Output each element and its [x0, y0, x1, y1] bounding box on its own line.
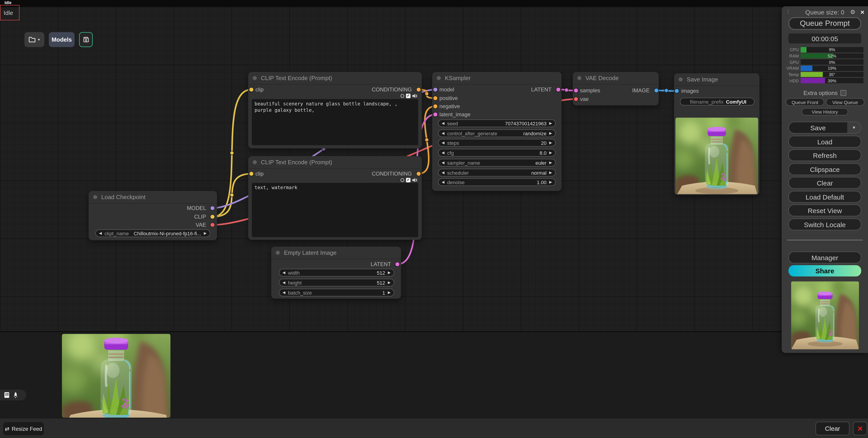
decrement-icon[interactable]: ◀	[442, 151, 444, 154]
reset-view-button[interactable]: Reset View	[788, 205, 861, 216]
resize-feed-button[interactable]: ⇄ Resize Feed	[3, 422, 44, 435]
node-empty-latent-image[interactable]: Empty Latent Image LATENT ◀ width 512 ▶ …	[271, 246, 401, 299]
widget-denoise[interactable]: ◀ denoise 1.00 ▶	[438, 178, 556, 186]
radio-icon[interactable]	[401, 178, 404, 182]
clipspace-button[interactable]: Clipspace	[788, 163, 861, 175]
increment-icon[interactable]: ▶	[388, 291, 391, 294]
input-port-model[interactable]	[433, 87, 438, 92]
node-clip-negative-title[interactable]: CLIP Text Encode (Prompt)	[248, 156, 422, 169]
node-ksampler[interactable]: KSampler model positive negative latent_…	[432, 72, 561, 191]
decrement-icon[interactable]: ◀	[442, 161, 444, 165]
widget-ckpt-name[interactable]: ◀ ckpt_name Chilloutmix-Ni-pruned-fp16-f…	[95, 229, 210, 237]
share-button[interactable]: Share	[788, 265, 861, 276]
input-port-clip[interactable]	[249, 171, 254, 176]
decrement-icon[interactable]: ◀	[283, 291, 285, 294]
queue-prompt-button[interactable]: Queue Prompt	[788, 17, 861, 30]
widget-scheduler[interactable]: ◀ scheduler normal ▶	[438, 169, 556, 176]
last-generated-preview[interactable]	[791, 282, 859, 349]
node-load-checkpoint[interactable]: Load Checkpoint MODEL CLIP VAE ◀ ckpt_na…	[89, 191, 217, 240]
input-port-latent-image[interactable]	[433, 112, 438, 117]
node-clip-positive-title[interactable]: CLIP Text Encode (Prompt)	[248, 72, 422, 85]
increment-icon[interactable]: ▶	[388, 271, 391, 274]
widget-sampler-name[interactable]: ◀ sampler_name euler ▶	[438, 159, 556, 167]
increment-icon[interactable]: ▶	[388, 281, 391, 284]
input-port-vae[interactable]	[574, 97, 579, 101]
node-save-image-title[interactable]: Save Image	[674, 73, 760, 86]
increment-icon[interactable]: ▶	[549, 151, 552, 154]
input-port-negative[interactable]	[433, 104, 438, 109]
save-button[interactable]: Save	[789, 122, 847, 133]
node-save-image[interactable]: Save Image images filename_prefix ComfyU…	[674, 73, 760, 195]
decrement-icon[interactable]: ◀	[283, 281, 285, 284]
increment-icon[interactable]: ▶	[204, 231, 207, 235]
decrement-icon[interactable]: ◀	[442, 141, 444, 145]
output-port-model[interactable]	[210, 206, 215, 211]
close-panel-icon[interactable]: ×	[860, 8, 864, 16]
widget-control-after-generate[interactable]: ◀ control_after_generate randomize ▶	[438, 129, 556, 137]
node-empty-latent-title[interactable]: Empty Latent Image	[271, 246, 401, 259]
output-port-latent[interactable]	[556, 87, 561, 92]
output-port-conditioning[interactable]	[416, 171, 421, 176]
input-port-images[interactable]	[674, 88, 679, 93]
switch-locale-button[interactable]: Switch Locale	[788, 218, 861, 230]
increment-icon[interactable]: ▶	[549, 180, 552, 184]
mute-speaker-icon[interactable]	[412, 178, 417, 182]
widget-cfg[interactable]: ◀ cfg 8.0 ▶	[438, 149, 556, 156]
node-vae-decode[interactable]: VAE Decode samples vae IMAGE	[573, 72, 659, 106]
checkbox-icon[interactable]: ✓	[406, 178, 410, 182]
load-button[interactable]: Load	[788, 136, 861, 147]
node-clip-text-encode-negative[interactable]: CLIP Text Encode (Prompt) clip CONDITION…	[248, 156, 422, 240]
decrement-icon[interactable]: ◀	[283, 271, 285, 274]
decrement-icon[interactable]: ◀	[442, 121, 444, 125]
notes-icon[interactable]	[4, 392, 9, 398]
prompt-textarea-negative[interactable]: text, watermark	[252, 183, 418, 237]
input-port-clip[interactable]	[249, 87, 254, 92]
increment-icon[interactable]: ▶	[549, 171, 552, 174]
manager-button[interactable]: Manager	[788, 252, 861, 263]
generated-image-preview[interactable]	[675, 118, 758, 194]
save-workflow-button[interactable]	[79, 32, 93, 47]
widget-steps[interactable]: ◀ steps 20 ▶	[438, 139, 556, 147]
clear-workflow-button[interactable]: Clear	[788, 177, 861, 189]
decrement-icon[interactable]: ◀	[442, 132, 444, 135]
node-clip-text-encode-positive[interactable]: CLIP Text Encode (Prompt) clip CONDITION…	[248, 72, 422, 148]
load-default-button[interactable]: Load Default	[788, 191, 861, 203]
output-port-clip[interactable]	[210, 214, 215, 219]
clear-feed-button[interactable]: Clear	[815, 422, 849, 435]
models-button[interactable]: Models	[49, 32, 74, 47]
node-vae-decode-title[interactable]: VAE Decode	[573, 72, 659, 85]
open-workflow-button[interactable]: ▼	[24, 32, 44, 47]
radio-icon[interactable]	[401, 94, 404, 98]
decrement-icon[interactable]: ◀	[442, 171, 444, 174]
output-port-latent[interactable]	[395, 262, 400, 267]
decrement-icon[interactable]: ◀	[442, 180, 444, 184]
view-history-button[interactable]: View History	[802, 108, 848, 115]
output-port-vae[interactable]	[210, 223, 215, 227]
save-split-button[interactable]: Save ▼	[788, 122, 861, 134]
widget-width[interactable]: ◀ width 512 ▶	[279, 269, 394, 276]
increment-icon[interactable]: ▶	[549, 121, 552, 125]
rocket-icon[interactable]	[13, 391, 18, 399]
output-port-conditioning[interactable]	[416, 87, 421, 92]
refresh-button[interactable]: Refresh	[788, 149, 861, 161]
mute-speaker-icon[interactable]	[412, 94, 417, 98]
increment-icon[interactable]: ▶	[549, 132, 552, 135]
checkbox-icon[interactable]: ✓	[406, 94, 410, 98]
widget-batch-size[interactable]: ◀ batch_size 1 ▶	[279, 289, 394, 296]
widget-filename-prefix[interactable]: filename_prefix ComfyUI	[680, 98, 754, 106]
close-feed-button[interactable]: ×	[853, 422, 867, 435]
save-dropdown-button[interactable]: ▼	[847, 122, 861, 133]
node-ksampler-title[interactable]: KSampler	[432, 72, 561, 85]
feed-image-thumbnail[interactable]	[62, 334, 170, 418]
widget-seed[interactable]: ◀ seed 707437001421963 ▶	[438, 119, 556, 127]
extra-options-checkbox[interactable]	[840, 90, 846, 96]
increment-icon[interactable]: ▶	[549, 161, 552, 165]
prompt-textarea-positive[interactable]: beautiful scenery nature glass bottle la…	[252, 99, 418, 145]
widget-height[interactable]: ◀ height 512 ▶	[279, 279, 394, 286]
input-port-positive[interactable]	[433, 96, 438, 101]
input-port-samples[interactable]	[574, 88, 579, 93]
decrement-icon[interactable]: ◀	[99, 231, 102, 235]
node-load-checkpoint-title[interactable]: Load Checkpoint	[89, 191, 217, 204]
output-port-image[interactable]	[654, 88, 659, 93]
queue-front-button[interactable]: Queue Front	[786, 98, 824, 106]
